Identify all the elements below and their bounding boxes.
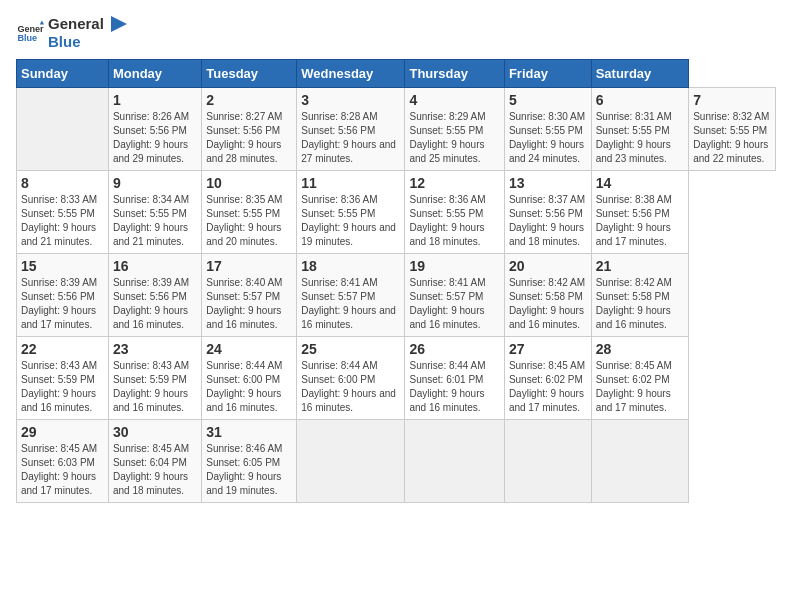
- calendar-cell: 6 Sunrise: 8:31 AM Sunset: 5:55 PM Dayli…: [591, 87, 689, 170]
- day-number: 3: [301, 92, 400, 108]
- day-info: Sunrise: 8:36 AM Sunset: 5:55 PM Dayligh…: [301, 193, 400, 249]
- calendar-cell: 19 Sunrise: 8:41 AM Sunset: 5:57 PM Dayl…: [405, 253, 504, 336]
- calendar-cell: 18 Sunrise: 8:41 AM Sunset: 5:57 PM Dayl…: [297, 253, 405, 336]
- calendar-cell: [591, 419, 689, 502]
- calendar-cell: 23 Sunrise: 8:43 AM Sunset: 5:59 PM Dayl…: [108, 336, 201, 419]
- day-info: Sunrise: 8:31 AM Sunset: 5:55 PM Dayligh…: [596, 110, 685, 166]
- calendar-cell: 11 Sunrise: 8:36 AM Sunset: 5:55 PM Dayl…: [297, 170, 405, 253]
- day-info: Sunrise: 8:43 AM Sunset: 5:59 PM Dayligh…: [113, 359, 197, 415]
- calendar-cell: 15 Sunrise: 8:39 AM Sunset: 5:56 PM Dayl…: [17, 253, 109, 336]
- day-header-sunday: Sunday: [17, 59, 109, 87]
- day-info: Sunrise: 8:46 AM Sunset: 6:05 PM Dayligh…: [206, 442, 292, 498]
- svg-marker-3: [111, 16, 127, 32]
- day-number: 27: [509, 341, 587, 357]
- logo-arrow-icon: [109, 16, 127, 34]
- logo-icon: General Blue: [16, 19, 44, 47]
- day-number: 31: [206, 424, 292, 440]
- day-info: Sunrise: 8:38 AM Sunset: 5:56 PM Dayligh…: [596, 193, 685, 249]
- svg-text:General: General: [17, 24, 44, 34]
- day-header-wednesday: Wednesday: [297, 59, 405, 87]
- day-info: Sunrise: 8:45 AM Sunset: 6:02 PM Dayligh…: [596, 359, 685, 415]
- calendar-cell: 26 Sunrise: 8:44 AM Sunset: 6:01 PM Dayl…: [405, 336, 504, 419]
- day-number: 25: [301, 341, 400, 357]
- day-info: Sunrise: 8:45 AM Sunset: 6:04 PM Dayligh…: [113, 442, 197, 498]
- calendar-cell: 10 Sunrise: 8:35 AM Sunset: 5:55 PM Dayl…: [202, 170, 297, 253]
- calendar-cell: 17 Sunrise: 8:40 AM Sunset: 5:57 PM Dayl…: [202, 253, 297, 336]
- day-info: Sunrise: 8:26 AM Sunset: 5:56 PM Dayligh…: [113, 110, 197, 166]
- calendar-cell: 21 Sunrise: 8:42 AM Sunset: 5:58 PM Dayl…: [591, 253, 689, 336]
- day-header-tuesday: Tuesday: [202, 59, 297, 87]
- day-number: 14: [596, 175, 685, 191]
- day-number: 8: [21, 175, 104, 191]
- calendar-cell: [297, 419, 405, 502]
- day-info: Sunrise: 8:45 AM Sunset: 6:02 PM Dayligh…: [509, 359, 587, 415]
- calendar-cell: 5 Sunrise: 8:30 AM Sunset: 5:55 PM Dayli…: [504, 87, 591, 170]
- day-info: Sunrise: 8:41 AM Sunset: 5:57 PM Dayligh…: [409, 276, 499, 332]
- calendar-cell: 14 Sunrise: 8:38 AM Sunset: 5:56 PM Dayl…: [591, 170, 689, 253]
- calendar-cell: 13 Sunrise: 8:37 AM Sunset: 5:56 PM Dayl…: [504, 170, 591, 253]
- day-number: 19: [409, 258, 499, 274]
- day-number: 16: [113, 258, 197, 274]
- day-number: 29: [21, 424, 104, 440]
- day-number: 1: [113, 92, 197, 108]
- day-info: Sunrise: 8:32 AM Sunset: 5:55 PM Dayligh…: [693, 110, 771, 166]
- day-number: 10: [206, 175, 292, 191]
- calendar-cell: 30 Sunrise: 8:45 AM Sunset: 6:04 PM Dayl…: [108, 419, 201, 502]
- day-info: Sunrise: 8:39 AM Sunset: 5:56 PM Dayligh…: [113, 276, 197, 332]
- calendar-cell: 9 Sunrise: 8:34 AM Sunset: 5:55 PM Dayli…: [108, 170, 201, 253]
- calendar-table: SundayMondayTuesdayWednesdayThursdayFrid…: [16, 59, 776, 503]
- day-number: 2: [206, 92, 292, 108]
- logo: General Blue General Blue: [16, 16, 127, 51]
- day-info: Sunrise: 8:34 AM Sunset: 5:55 PM Dayligh…: [113, 193, 197, 249]
- svg-marker-2: [40, 21, 44, 25]
- day-info: Sunrise: 8:29 AM Sunset: 5:55 PM Dayligh…: [409, 110, 499, 166]
- calendar-cell: 16 Sunrise: 8:39 AM Sunset: 5:56 PM Dayl…: [108, 253, 201, 336]
- day-info: Sunrise: 8:41 AM Sunset: 5:57 PM Dayligh…: [301, 276, 400, 332]
- day-info: Sunrise: 8:42 AM Sunset: 5:58 PM Dayligh…: [596, 276, 685, 332]
- day-number: 17: [206, 258, 292, 274]
- day-number: 30: [113, 424, 197, 440]
- day-number: 4: [409, 92, 499, 108]
- week-row-2: 15 Sunrise: 8:39 AM Sunset: 5:56 PM Dayl…: [17, 253, 776, 336]
- day-info: Sunrise: 8:28 AM Sunset: 5:56 PM Dayligh…: [301, 110, 400, 166]
- calendar-cell: [504, 419, 591, 502]
- day-info: Sunrise: 8:42 AM Sunset: 5:58 PM Dayligh…: [509, 276, 587, 332]
- calendar-cell: 22 Sunrise: 8:43 AM Sunset: 5:59 PM Dayl…: [17, 336, 109, 419]
- calendar-cell: 20 Sunrise: 8:42 AM Sunset: 5:58 PM Dayl…: [504, 253, 591, 336]
- day-number: 26: [409, 341, 499, 357]
- day-info: Sunrise: 8:45 AM Sunset: 6:03 PM Dayligh…: [21, 442, 104, 498]
- day-info: Sunrise: 8:37 AM Sunset: 5:56 PM Dayligh…: [509, 193, 587, 249]
- day-info: Sunrise: 8:44 AM Sunset: 6:01 PM Dayligh…: [409, 359, 499, 415]
- calendar-cell: 27 Sunrise: 8:45 AM Sunset: 6:02 PM Dayl…: [504, 336, 591, 419]
- header: General Blue General Blue: [16, 16, 776, 51]
- calendar-cell: 24 Sunrise: 8:44 AM Sunset: 6:00 PM Dayl…: [202, 336, 297, 419]
- calendar-cell: 25 Sunrise: 8:44 AM Sunset: 6:00 PM Dayl…: [297, 336, 405, 419]
- day-number: 9: [113, 175, 197, 191]
- calendar-cell: [405, 419, 504, 502]
- calendar-cell: 3 Sunrise: 8:28 AM Sunset: 5:56 PM Dayli…: [297, 87, 405, 170]
- day-info: Sunrise: 8:44 AM Sunset: 6:00 PM Dayligh…: [301, 359, 400, 415]
- day-number: 12: [409, 175, 499, 191]
- day-number: 22: [21, 341, 104, 357]
- week-row-1: 8 Sunrise: 8:33 AM Sunset: 5:55 PM Dayli…: [17, 170, 776, 253]
- day-info: Sunrise: 8:40 AM Sunset: 5:57 PM Dayligh…: [206, 276, 292, 332]
- calendar-cell: 31 Sunrise: 8:46 AM Sunset: 6:05 PM Dayl…: [202, 419, 297, 502]
- day-info: Sunrise: 8:36 AM Sunset: 5:55 PM Dayligh…: [409, 193, 499, 249]
- day-number: 7: [693, 92, 771, 108]
- calendar-cell: 2 Sunrise: 8:27 AM Sunset: 5:56 PM Dayli…: [202, 87, 297, 170]
- day-header-monday: Monday: [108, 59, 201, 87]
- day-info: Sunrise: 8:35 AM Sunset: 5:55 PM Dayligh…: [206, 193, 292, 249]
- day-header-saturday: Saturday: [591, 59, 689, 87]
- day-number: 20: [509, 258, 587, 274]
- logo-blue: Blue: [48, 34, 127, 51]
- day-number: 15: [21, 258, 104, 274]
- day-number: 11: [301, 175, 400, 191]
- day-header-thursday: Thursday: [405, 59, 504, 87]
- day-number: 18: [301, 258, 400, 274]
- calendar-cell: 4 Sunrise: 8:29 AM Sunset: 5:55 PM Dayli…: [405, 87, 504, 170]
- week-row-3: 22 Sunrise: 8:43 AM Sunset: 5:59 PM Dayl…: [17, 336, 776, 419]
- day-info: Sunrise: 8:30 AM Sunset: 5:55 PM Dayligh…: [509, 110, 587, 166]
- logo-general: General: [48, 15, 104, 32]
- calendar-cell: 1 Sunrise: 8:26 AM Sunset: 5:56 PM Dayli…: [108, 87, 201, 170]
- week-row-0: 1 Sunrise: 8:26 AM Sunset: 5:56 PM Dayli…: [17, 87, 776, 170]
